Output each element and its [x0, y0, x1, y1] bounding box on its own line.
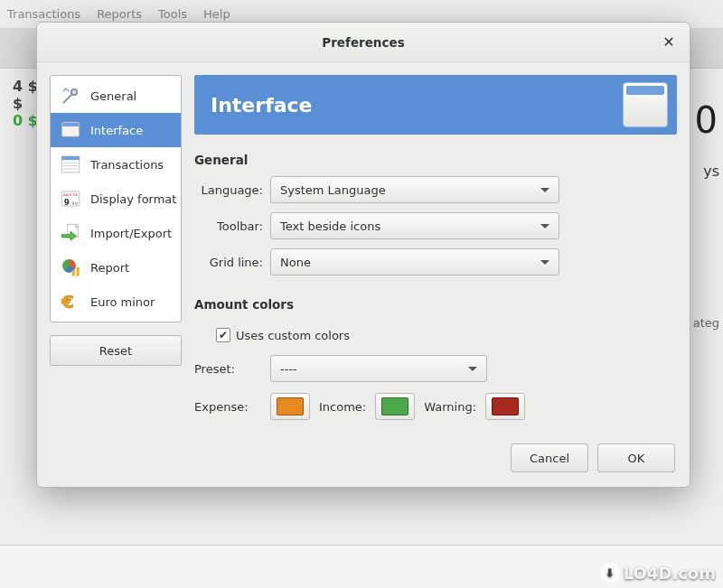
- gridline-combo[interactable]: None: [270, 248, 559, 275]
- section-heading-general: General: [194, 153, 677, 167]
- toolbar-combo[interactable]: Text beside icons: [270, 212, 559, 239]
- menu-help[interactable]: Help: [203, 7, 230, 21]
- income-color-button[interactable]: [375, 393, 415, 420]
- section-heading-colors: Amount colors: [194, 297, 677, 312]
- sidebar-item-label: Transactions: [90, 158, 164, 172]
- chevron-down-icon: [468, 367, 477, 371]
- bg-right-text: ys: [703, 163, 719, 180]
- dialog-footer: Cancel OK: [37, 433, 690, 487]
- menu-tools[interactable]: Tools: [158, 7, 187, 21]
- income-label: Income:: [319, 400, 366, 414]
- svg-text:€: €: [61, 292, 74, 313]
- svg-text:April.18: April.18: [63, 192, 78, 197]
- svg-rect-4: [61, 156, 80, 160]
- sidebar-item-report[interactable]: Report: [51, 250, 181, 285]
- banner-title: Interface: [211, 94, 313, 117]
- sidebar-item-import-export[interactable]: Import/Export: [51, 216, 181, 250]
- calendar-icon: April.189,99: [58, 186, 83, 211]
- svg-text:,99: ,99: [70, 201, 78, 206]
- language-label: Language:: [194, 183, 270, 197]
- language-value: System Language: [280, 183, 386, 197]
- ok-button[interactable]: OK: [597, 443, 675, 472]
- custom-colors-checkbox[interactable]: ✔: [216, 328, 230, 342]
- svg-point-0: [71, 89, 78, 96]
- chevron-down-icon: [540, 188, 549, 192]
- custom-colors-label: Uses custom colors: [236, 329, 350, 342]
- close-icon: ✕: [662, 33, 674, 51]
- bg-category-text: ateg: [693, 316, 719, 330]
- euro-icon: €: [58, 289, 83, 314]
- chevron-down-icon: [540, 260, 549, 265]
- sidebar-item-interface[interactable]: Interface: [51, 113, 181, 147]
- svg-rect-14: [72, 270, 75, 276]
- sidebar-item-general[interactable]: General: [51, 79, 181, 113]
- toolbar-label: Toolbar:: [194, 219, 270, 233]
- bg-bottom-strip: [0, 545, 723, 588]
- preset-combo[interactable]: ----: [270, 355, 487, 382]
- sidebar-item-label: Import/Export: [90, 227, 172, 240]
- preferences-sidebar: General Interface Transactions: [50, 75, 182, 322]
- ok-button-label: OK: [628, 452, 645, 465]
- svg-rect-2: [62, 123, 79, 126]
- chevron-down-icon: [540, 224, 549, 229]
- svg-text:9: 9: [64, 198, 70, 207]
- warning-label: Warning:: [424, 400, 476, 414]
- list-icon: [58, 152, 83, 177]
- sidebar-item-label: Report: [90, 261, 129, 275]
- sidebar-item-label: Display format: [90, 192, 176, 206]
- expense-color-button[interactable]: [270, 393, 310, 420]
- expense-label: Expense:: [194, 400, 270, 414]
- window-icon: [623, 82, 668, 127]
- reset-button-label: Reset: [99, 344, 132, 358]
- sidebar-item-label: General: [90, 89, 136, 103]
- expense-swatch: [277, 397, 304, 415]
- gridline-label: Grid line:: [194, 256, 270, 269]
- warning-swatch: [492, 397, 519, 415]
- dialog-title: Preferences: [322, 35, 404, 50]
- toolbar-value: Text beside icons: [280, 219, 380, 233]
- warning-color-button[interactable]: [485, 393, 525, 420]
- window-icon: [58, 117, 83, 143]
- import-icon: [58, 220, 83, 246]
- sidebar-item-label: Interface: [90, 124, 143, 137]
- menu-transactions[interactable]: Transactions: [7, 7, 80, 21]
- sidebar-item-transactions[interactable]: Transactions: [51, 147, 181, 182]
- piechart-icon: [58, 255, 83, 280]
- language-combo[interactable]: System Language: [270, 176, 559, 203]
- sidebar-item-euro-minor[interactable]: € Euro minor: [51, 285, 181, 319]
- bg-big-number: 0: [695, 99, 718, 141]
- reset-button[interactable]: Reset: [50, 335, 182, 366]
- preferences-content: Interface General Language: System Langu…: [194, 75, 677, 420]
- cancel-button[interactable]: Cancel: [511, 443, 588, 472]
- menu-reports[interactable]: Reports: [97, 7, 142, 21]
- sidebar-item-display-format[interactable]: April.189,99 Display format: [51, 182, 181, 216]
- sidebar-item-label: Euro minor: [90, 295, 155, 309]
- svg-rect-15: [77, 267, 80, 276]
- preset-value: ----: [280, 362, 297, 376]
- gridline-value: None: [280, 256, 311, 269]
- income-swatch: [381, 397, 408, 415]
- tools-icon: [58, 83, 83, 108]
- content-banner: Interface: [194, 75, 677, 135]
- cancel-button-label: Cancel: [530, 452, 569, 465]
- close-button[interactable]: ✕: [657, 30, 681, 53]
- preset-label: Preset:: [194, 362, 270, 376]
- dialog-titlebar: Preferences ✕: [37, 23, 690, 62]
- preferences-dialog: Preferences ✕ General Interface: [36, 22, 690, 488]
